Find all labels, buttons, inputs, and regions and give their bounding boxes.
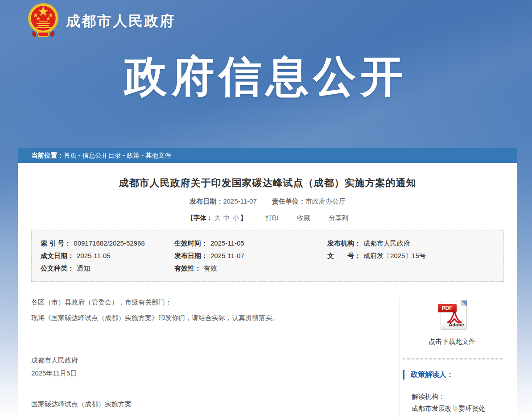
breadcrumb-label: 当前位置：: [31, 152, 64, 159]
meta-column-3: 发布机构：成都市人民政府 文 号：成府发〔2025〕15号: [327, 237, 503, 275]
interpret-agency-label: 解读机构：: [412, 390, 503, 402]
site-name: 成都市人民政府: [66, 12, 175, 31]
signature-date: 2025年11月5日: [31, 368, 382, 378]
breadcrumb-separator: -: [77, 152, 82, 159]
body-paragraph: 各区（市）县政府（管委会），市级有关部门：: [31, 297, 382, 307]
font-size-medium-button[interactable]: 中: [222, 214, 231, 221]
breadcrumb-item-other-docs[interactable]: 其他文件: [145, 152, 171, 159]
content-card: 成都市人民政府关于印发国家碳达峰试点（成都）实施方案的通知 发布日期：2025-…: [18, 163, 517, 417]
pdf-file-icon[interactable]: PDF Adobe: [438, 301, 466, 329]
document-body: 各区（市）县政府（管委会），市级有关部门： 现将《国家碳达峰试点（成都）实施方案…: [18, 297, 400, 417]
print-button[interactable]: 打印: [265, 214, 278, 221]
meta-field-issuing-agency: 发布机构：成都市人民政府: [327, 237, 503, 250]
publish-date-label: 发布日期：: [190, 197, 223, 205]
page: 成都市人民政府 政府信息公开 当前位置：首页-信息公开目录-政策-其他文件 成都…: [0, 0, 532, 417]
breadcrumb-separator: -: [140, 152, 145, 159]
sidebar: PDF Adobe 点击下载此文件 政策解读人： 解读机构： 成都市发展改革委环…: [400, 297, 517, 417]
font-label-open: 【字体：: [187, 214, 213, 221]
national-emblem-icon: [27, 2, 60, 38]
policy-interpreter-heading: 政策解读人：: [403, 370, 503, 379]
pdf-folded-corner-icon: [461, 300, 467, 306]
meta-field-validity: 有效性：有效: [174, 262, 327, 275]
font-size-small-button[interactable]: 小: [231, 214, 240, 221]
meta-field-doc-type: 公文种类：通知: [41, 262, 174, 275]
meta-field-effective-date: 生效时间：2025-11-05: [174, 237, 327, 250]
interpret-agency-name: 成都市发展改革委环资处: [412, 402, 503, 414]
main-row: 各区（市）县政府（管委会），市级有关部门： 现将《国家碳达峰试点（成都）实施方案…: [18, 297, 517, 417]
share-button[interactable]: 分享到: [329, 214, 348, 221]
pdf-download: PDF Adobe 点击下载此文件: [401, 301, 503, 346]
meta-column-1: 索 引 号：009171682/2025-52968 成文日期：2025-11-…: [41, 237, 174, 275]
favorite-button[interactable]: 收藏: [297, 214, 310, 221]
adobe-brand-label: Adobe: [449, 322, 464, 327]
breadcrumb-item-home[interactable]: 首页: [64, 152, 77, 159]
toolbar: 【字体：大中小】打印收藏分享到: [18, 214, 517, 222]
breadcrumb: 当前位置：首页-信息公开目录-政策-其他文件: [18, 148, 517, 163]
breadcrumb-item-directory[interactable]: 信息公开目录: [82, 152, 121, 159]
font-size-large-button[interactable]: 大: [213, 214, 222, 221]
signature-block: 成都市人民政府 2025年11月5日: [31, 355, 382, 378]
document-title: 成都市人民政府关于印发国家碳达峰试点（成都）实施方案的通知: [36, 176, 499, 190]
document-meta-box: 索 引 号：009171682/2025-52968 成文日期：2025-11-…: [31, 230, 504, 282]
meta-field-publish-date: 发布日期：2025-11-07: [174, 250, 327, 262]
interpreter-name-line-clipped: 解读人：: [412, 414, 503, 417]
pdf-badge: PDF: [438, 304, 457, 312]
breadcrumb-separator: -: [121, 152, 127, 159]
banner-title: 政府信息公开: [0, 48, 532, 106]
signature-agency: 成都市人民政府: [31, 355, 382, 365]
sidebar-dashed-divider: [403, 359, 503, 359]
document-meta-line: 发布日期：2025-11-07责任单位：市政府办公厅: [18, 197, 517, 206]
breadcrumb-item-policy[interactable]: 政策: [127, 152, 140, 159]
interpret-agency-block: 解读机构： 成都市发展改革委环资处 解读人：: [412, 390, 503, 417]
meta-field-written-date: 成文日期：2025-11-05: [41, 250, 174, 262]
unit-label: 责任单位：: [272, 197, 305, 205]
meta-field-doc-number: 文 号：成府发〔2025〕15号: [327, 250, 503, 262]
body-paragraph: 现将《国家碳达峰试点（成都）实施方案》印发你们，请结合实际，认真贯彻落实。: [31, 313, 382, 322]
attachment-title: 国家碳达峰试点（成都）实施方案: [31, 399, 382, 409]
download-file-link[interactable]: 点击下载此文件: [401, 338, 503, 346]
meta-field-index-number: 索 引 号：009171682/2025-52968: [41, 237, 174, 250]
unit-value: 市政府办公厅: [305, 197, 346, 205]
publish-date-value: 2025-11-07: [223, 197, 257, 205]
font-label-close: 】: [240, 214, 247, 221]
meta-column-2: 生效时间：2025-11-05 发布日期：2025-11-07 有效性：有效: [174, 237, 327, 275]
